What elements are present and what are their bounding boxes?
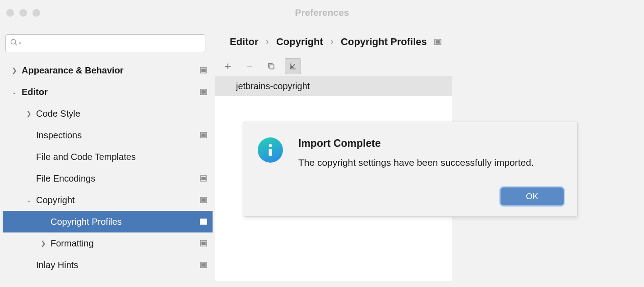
tree-item-formatting[interactable]: ❯ Formatting xyxy=(3,232,213,254)
tree-item-inspections[interactable]: Inspections xyxy=(3,124,213,146)
svg-rect-5 xyxy=(202,91,205,93)
tree-item-label: Editor xyxy=(22,87,200,97)
chevron-down-icon: ⌄ xyxy=(25,196,32,204)
breadcrumb-item[interactable]: Editor xyxy=(230,36,259,48)
dialog-message: The copyright settings have been success… xyxy=(298,156,534,169)
window-title: Preferences xyxy=(295,7,349,18)
tree-item-copyright[interactable]: ⌄ Copyright xyxy=(3,189,213,211)
profile-name: jetbrains-copyright xyxy=(236,81,310,91)
scope-indicator-icon xyxy=(200,262,207,268)
window-controls xyxy=(6,9,40,17)
tree-item-label: Appearance & Behavior xyxy=(22,65,200,76)
breadcrumb-separator-icon: › xyxy=(266,36,269,48)
scope-indicator-icon xyxy=(200,197,207,203)
breadcrumb-separator-icon: › xyxy=(330,36,334,48)
svg-rect-13 xyxy=(202,220,205,223)
info-icon xyxy=(258,137,283,163)
svg-rect-23 xyxy=(270,65,274,69)
remove-button[interactable] xyxy=(241,58,258,74)
chevron-down-icon: ⌄ xyxy=(11,88,18,96)
search-history-chevron-icon[interactable]: ▾ xyxy=(19,41,21,46)
svg-rect-19 xyxy=(436,41,440,43)
tree-item-file-encodings[interactable]: File Encodings xyxy=(3,168,213,189)
tree-item-label: Copyright xyxy=(36,195,200,205)
scope-indicator-icon xyxy=(200,175,207,182)
svg-rect-9 xyxy=(202,177,205,180)
svg-rect-26 xyxy=(269,149,272,156)
copy-button[interactable] xyxy=(263,58,279,74)
scope-indicator-icon xyxy=(434,36,441,48)
zoom-window-button[interactable] xyxy=(32,9,40,17)
svg-rect-15 xyxy=(202,242,205,245)
breadcrumb-item[interactable]: Copyright xyxy=(276,36,323,48)
scope-indicator-icon xyxy=(200,240,207,246)
minimize-window-button[interactable] xyxy=(19,9,27,17)
chevron-right-icon: ❯ xyxy=(40,240,47,247)
tree-item-appearance-behavior[interactable]: ❯ Appearance & Behavior xyxy=(3,59,213,81)
svg-rect-17 xyxy=(202,264,205,266)
close-window-button[interactable] xyxy=(6,9,14,17)
tree-item-label: File Encodings xyxy=(36,173,200,184)
profiles-toolbar xyxy=(215,56,452,76)
svg-point-25 xyxy=(269,144,272,147)
chevron-right-icon: ❯ xyxy=(11,67,18,74)
svg-line-24 xyxy=(292,64,295,68)
breadcrumb: Editor › Copyright › Copyright Profiles xyxy=(215,25,644,56)
tree-item-editor[interactable]: ⌄ Editor xyxy=(3,81,213,103)
tree-item-label: Copyright Profiles xyxy=(51,217,200,227)
tree-item-label: Code Style xyxy=(36,109,207,119)
import-button[interactable] xyxy=(285,58,301,74)
tree-item-label: Inlay Hints xyxy=(36,260,200,270)
tree-item-label: Inspections xyxy=(36,130,200,141)
titlebar: Preferences xyxy=(0,0,644,25)
tree-item-code-style[interactable]: ❯ Code Style xyxy=(3,103,213,124)
svg-rect-7 xyxy=(202,134,205,137)
tree-item-inlay-hints[interactable]: Inlay Hints xyxy=(3,254,213,276)
tree-item-label: File and Code Templates xyxy=(36,152,207,162)
ok-button[interactable]: OK xyxy=(500,187,564,205)
tree-item-copyright-profiles[interactable]: Copyright Profiles xyxy=(3,211,213,232)
svg-rect-3 xyxy=(202,69,205,72)
scope-indicator-icon xyxy=(200,219,207,225)
tree-item-label: Formatting xyxy=(51,238,200,249)
breadcrumb-item[interactable]: Copyright Profiles xyxy=(341,36,427,48)
tree-item-file-code-templates[interactable]: File and Code Templates xyxy=(3,146,213,168)
chevron-right-icon: ❯ xyxy=(25,110,32,117)
svg-rect-11 xyxy=(202,199,205,201)
scope-indicator-icon xyxy=(200,132,207,138)
profile-list-item[interactable]: jetbrains-copyright xyxy=(215,76,452,96)
dialog-title: Import Complete xyxy=(298,137,534,150)
settings-tree: ❯ Appearance & Behavior ⌄ Editor ❯ Code … xyxy=(3,59,213,276)
search-input[interactable] xyxy=(5,34,205,52)
scope-indicator-icon xyxy=(200,89,207,95)
import-complete-dialog: Import Complete The copyright settings h… xyxy=(244,122,578,217)
scope-indicator-icon xyxy=(200,67,207,73)
add-button[interactable] xyxy=(220,58,236,74)
preferences-sidebar: ▾ ❯ Appearance & Behavior ⌄ Editor ❯ xyxy=(0,25,215,287)
